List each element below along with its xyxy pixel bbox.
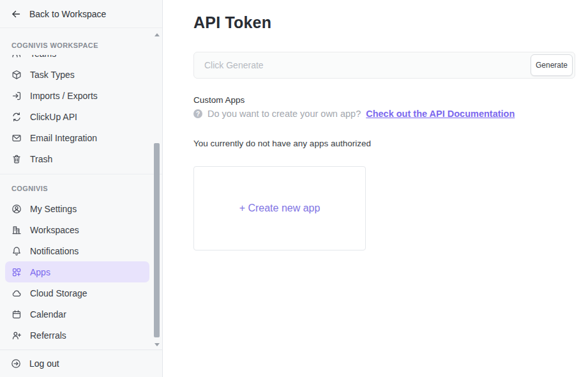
user-settings-section: COGNIVIS My Settings Workspaces Notifica… — [0, 174, 162, 346]
calendar-icon — [11, 309, 22, 319]
clipped-row: Teams — [0, 55, 162, 64]
sidebar-item-label: Calendar — [30, 309, 66, 319]
sidebar-item-label: Imports / Exports — [30, 91, 98, 101]
page-title: API Token — [193, 13, 575, 32]
custom-apps-help-row: ? Do you want to create your own app? Ch… — [193, 109, 575, 119]
no-apps-message: You currently do not have any apps autho… — [193, 139, 575, 148]
sidebar-item-apps[interactable]: Apps — [5, 261, 149, 282]
task-types-icon — [11, 70, 22, 80]
sidebar-item-calendar[interactable]: Calendar — [5, 304, 149, 325]
help-text: Do you want to create your own app? — [207, 109, 361, 119]
logout-icon — [11, 358, 21, 369]
logout-label: Log out — [29, 358, 59, 369]
section-label-user: COGNIVIS — [0, 174, 162, 198]
scrollbar-down-arrow-icon[interactable] — [155, 343, 160, 346]
sidebar-item-trash[interactable]: Trash — [5, 148, 149, 169]
sidebar-item-teams[interactable]: Teams — [5, 55, 149, 64]
api-token-input[interactable] — [193, 52, 575, 79]
api-documentation-link[interactable]: Check out the API Documentation — [366, 109, 515, 119]
sidebar-item-label: ClickUp API — [30, 112, 77, 122]
sidebar-item-email-integration[interactable]: Email Integration — [5, 127, 149, 148]
help-question-icon: ? — [193, 109, 202, 118]
person-plus-icon — [11, 330, 22, 341]
sidebar-item-label: Apps — [30, 267, 50, 277]
custom-apps-heading: Custom Apps — [193, 95, 575, 105]
api-token-page: API Token Generate Custom Apps ? Do you … — [163, 0, 588, 377]
sidebar-item-task-types[interactable]: Task Types — [5, 64, 149, 85]
back-to-workspace[interactable]: Back to Workspace — [0, 0, 162, 28]
sidebar-item-clickup-api[interactable]: ClickUp API — [5, 106, 149, 127]
settings-sidebar: Back to Workspace COGNIVIS WORKSPACE Tea… — [0, 0, 163, 377]
arrow-left-icon — [11, 9, 21, 19]
create-new-app-button[interactable]: + Create new app — [239, 203, 320, 214]
teams-icon — [11, 55, 22, 59]
api-token-field-group: Generate — [193, 52, 575, 79]
settings-window: Back to Workspace COGNIVIS WORKSPACE Tea… — [0, 0, 588, 377]
section-label-workspace: COGNIVIS WORKSPACE — [0, 35, 162, 55]
sidebar-item-label: Notifications — [30, 246, 79, 256]
back-to-workspace-label: Back to Workspace — [29, 9, 106, 19]
generate-button[interactable]: Generate — [531, 54, 573, 76]
bell-icon — [11, 246, 22, 256]
sidebar-item-label: Task Types — [30, 70, 75, 80]
sidebar-scrollbar — [154, 31, 160, 349]
email-icon — [11, 133, 22, 143]
sidebar-item-label: Email Integration — [30, 133, 97, 143]
sidebar-item-label: Referrals — [30, 330, 66, 341]
sidebar-item-label: Workspaces — [30, 225, 79, 235]
sidebar-item-label: Trash — [30, 154, 52, 164]
user-circle-icon — [11, 204, 22, 214]
scrollbar-up-arrow-icon[interactable] — [155, 33, 160, 36]
trash-icon — [11, 154, 22, 164]
sidebar-scroll-area: COGNIVIS WORKSPACE Teams Task Types Impo… — [0, 28, 162, 350]
clickup-api-icon — [11, 112, 22, 122]
logout-button[interactable]: Log out — [0, 350, 162, 377]
sidebar-item-workspaces[interactable]: Workspaces — [5, 219, 149, 240]
cloud-icon — [11, 288, 22, 298]
create-app-card[interactable]: + Create new app — [193, 166, 366, 250]
apps-grid-icon — [11, 267, 22, 277]
scrollbar-thumb[interactable] — [154, 143, 160, 337]
sidebar-item-label: My Settings — [30, 204, 77, 214]
sidebar-item-notifications[interactable]: Notifications — [5, 240, 149, 261]
sidebar-item-imports-exports[interactable]: Imports / Exports — [5, 85, 149, 106]
sidebar-item-label: Teams — [30, 55, 56, 59]
sidebar-item-my-settings[interactable]: My Settings — [5, 198, 149, 219]
sidebar-item-referrals[interactable]: Referrals — [5, 325, 149, 346]
imports-exports-icon — [11, 91, 22, 101]
buildings-icon — [11, 225, 22, 235]
sidebar-item-label: Cloud Storage — [30, 288, 87, 298]
sidebar-item-cloud-storage[interactable]: Cloud Storage — [5, 282, 149, 304]
